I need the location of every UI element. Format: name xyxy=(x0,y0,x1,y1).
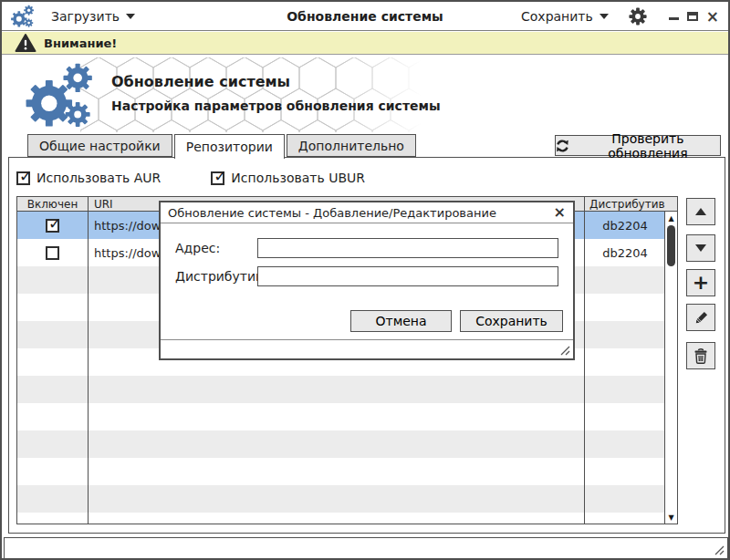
window-resize-handle-icon[interactable] xyxy=(712,543,725,555)
warning-bar: Внимание! xyxy=(2,32,728,55)
window-title: Обновление системы xyxy=(287,9,443,24)
load-menu[interactable]: Загрузить xyxy=(51,9,135,24)
minimize-button[interactable] xyxy=(669,17,679,20)
app-window: Загрузить Обновление системы Сохранить ×… xyxy=(0,0,730,560)
cell-distro: db2204 xyxy=(584,212,666,239)
table-row[interactable] xyxy=(17,458,677,485)
distro-field[interactable] xyxy=(257,266,558,286)
use-aur-option[interactable]: Использовать AUR xyxy=(16,171,161,185)
cancel-button[interactable]: Отмена xyxy=(350,310,452,332)
arrow-down-icon xyxy=(695,244,706,252)
scrollbar-thumb[interactable] xyxy=(667,225,675,266)
cell-distro xyxy=(584,321,666,348)
dialog-footer xyxy=(161,339,573,358)
tab-additional[interactable]: Дополнительно xyxy=(287,134,416,157)
chevron-down-icon xyxy=(126,14,135,19)
warning-text: Внимание! xyxy=(44,36,117,50)
tab-repositories[interactable]: Репозитории xyxy=(174,134,285,159)
check-updates-button[interactable]: Проверить обновления xyxy=(555,135,721,156)
refresh-icon xyxy=(556,139,569,153)
maximize-button[interactable] xyxy=(687,12,698,21)
move-down-button[interactable] xyxy=(686,234,715,262)
row-enabled-checkbox[interactable] xyxy=(46,246,59,260)
arrow-up-icon xyxy=(695,208,706,215)
use-ubur-option[interactable]: Использовать UBUR xyxy=(211,171,365,185)
cell-enabled xyxy=(17,485,88,513)
cell-enabled xyxy=(17,376,88,403)
save-button[interactable]: Сохранить xyxy=(460,310,563,332)
load-menu-label: Загрузить xyxy=(51,9,120,24)
cell-distro xyxy=(584,348,666,376)
cell-enabled xyxy=(17,458,88,485)
column-divider xyxy=(88,197,89,524)
cell-enabled xyxy=(17,294,88,321)
cell-distro xyxy=(584,513,666,524)
column-divider xyxy=(584,197,585,524)
cell-enabled xyxy=(17,430,88,458)
dialog-close-icon[interactable]: × xyxy=(554,203,566,221)
tab-strip: Общие настройки Репозитории Дополнительн… xyxy=(27,134,418,159)
chevron-down-icon xyxy=(600,14,609,19)
table-row[interactable] xyxy=(17,376,677,403)
warning-triangle-icon xyxy=(15,34,36,52)
cell-enabled xyxy=(17,403,88,430)
table-row[interactable] xyxy=(17,403,677,430)
settings-gear-icon[interactable] xyxy=(629,7,647,26)
pencil-icon xyxy=(694,310,709,326)
column-header-uri: URI xyxy=(94,198,113,211)
cell-distro xyxy=(584,485,666,513)
cell-enabled xyxy=(17,212,88,239)
dialog-title-bar[interactable]: Обновление системы - Добавление/Редактир… xyxy=(161,202,573,223)
add-repo-button[interactable]: + xyxy=(686,269,715,296)
move-up-button[interactable] xyxy=(686,198,715,225)
app-gears-logo xyxy=(18,62,102,130)
status-bar xyxy=(4,537,728,559)
cell-distro xyxy=(584,458,666,485)
row-enabled-checkbox[interactable] xyxy=(46,219,59,233)
use-aur-checkbox[interactable] xyxy=(16,171,30,185)
cell-enabled xyxy=(17,513,88,524)
cell-distro xyxy=(584,294,666,321)
close-button[interactable]: × xyxy=(706,12,719,21)
column-header-enabled: Включен xyxy=(17,198,88,211)
resize-handle-icon[interactable] xyxy=(558,343,570,356)
table-scrollbar[interactable]: ▲ ▼ xyxy=(664,212,677,524)
cell-enabled xyxy=(17,266,88,294)
add-edit-dialog: Обновление системы - Добавление/Редактир… xyxy=(159,201,575,360)
address-label: Адрес: xyxy=(175,241,220,255)
page-subtitle: Настройка параметров обновления системы xyxy=(111,99,441,113)
scroll-down-arrow-icon[interactable]: ▼ xyxy=(665,511,677,524)
save-menu-label: Сохранить xyxy=(521,9,593,24)
use-ubur-checkbox[interactable] xyxy=(211,171,224,185)
app-gears-icon xyxy=(9,5,36,28)
trash-icon xyxy=(694,348,708,364)
dialog-title: Обновление системы - Добавление/Редактир… xyxy=(168,206,496,220)
use-ubur-label: Использовать UBUR xyxy=(231,171,365,185)
cell-uri: https://down xyxy=(94,212,169,239)
cell-distro xyxy=(584,403,666,430)
header-banner: Обновление системы Настройка параметров … xyxy=(2,55,728,134)
cell-enabled xyxy=(17,239,88,266)
delete-repo-button[interactable] xyxy=(686,342,715,369)
scroll-up-arrow-icon[interactable]: ▲ xyxy=(665,212,677,224)
cell-distro xyxy=(584,430,666,458)
table-row[interactable] xyxy=(17,485,677,513)
cell-uri: https://down xyxy=(94,239,169,266)
plus-icon: + xyxy=(693,274,709,292)
table-row[interactable] xyxy=(17,513,677,524)
cell-distro: db2204 xyxy=(584,239,666,266)
cell-distro xyxy=(584,266,666,294)
page-title: Обновление системы xyxy=(111,73,290,90)
table-row[interactable] xyxy=(17,430,677,458)
hexagon-fade xyxy=(336,57,436,132)
title-bar: Загрузить Обновление системы Сохранить × xyxy=(2,2,728,31)
cell-distro xyxy=(584,376,666,403)
tab-general-settings[interactable]: Общие настройки xyxy=(27,134,172,157)
edit-repo-button[interactable] xyxy=(686,304,715,331)
save-menu[interactable]: Сохранить xyxy=(521,9,609,24)
cell-enabled xyxy=(17,321,88,348)
cell-enabled xyxy=(17,348,88,376)
distro-label: Дистрибутив: xyxy=(175,269,267,284)
address-field[interactable] xyxy=(257,238,558,258)
column-header-distro: Дистрибутив xyxy=(589,198,665,211)
